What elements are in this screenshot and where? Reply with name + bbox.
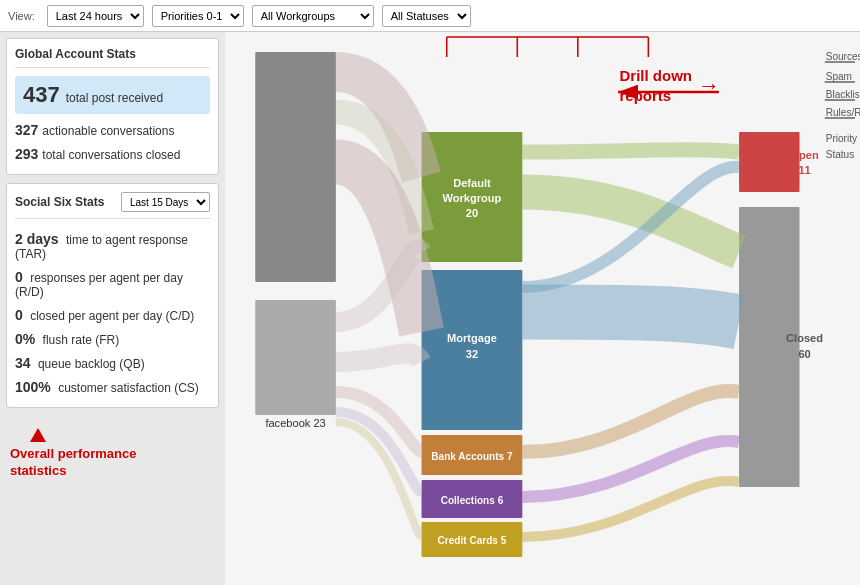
svg-text:Status: Status — [826, 149, 855, 160]
actionable-conversations-number: 327 — [15, 122, 38, 138]
total-post-received-label: total post received — [66, 91, 163, 105]
svg-rect-3 — [255, 300, 336, 415]
svg-text:Closed: Closed — [786, 332, 823, 344]
svg-text:Collections 6: Collections 6 — [441, 495, 504, 506]
svg-text:Sources: Sources — [826, 51, 860, 62]
cd-stat: 0 closed per agent per day (C/D) — [15, 303, 210, 327]
svg-text:Default: Default — [453, 177, 491, 189]
time-dropdown[interactable]: Last 24 hours Last 7 Days Last 30 Days — [47, 5, 144, 27]
view-label: View: — [8, 10, 35, 22]
cd-value: 0 — [15, 307, 23, 323]
svg-rect-18 — [739, 132, 799, 192]
sankey-chart: twitter 48 facebook 23 Default Workgroup… — [225, 32, 860, 585]
rd-value: 0 — [15, 269, 23, 285]
svg-text:Workgroup: Workgroup — [443, 192, 502, 204]
global-account-stats-section: Global Account Stats 437total post recei… — [6, 38, 219, 175]
svg-text:60: 60 — [798, 348, 810, 360]
top-bar: View: Last 24 hours Last 7 Days Last 30 … — [0, 0, 860, 32]
svg-text:11: 11 — [798, 164, 810, 176]
total-conversations-closed-stat: 293total conversations closed — [15, 142, 210, 166]
total-post-received-stat: 437total post received — [15, 76, 210, 114]
sidebar: Global Account Stats 437total post recei… — [0, 32, 225, 585]
global-stats-title: Global Account Stats — [15, 47, 210, 68]
tar-value: 2 days — [15, 231, 59, 247]
status-dropdown[interactable]: All Statuses Open Closed — [382, 5, 471, 27]
svg-text:Credit Cards 5: Credit Cards 5 — [438, 535, 507, 546]
cs-value: 100% — [15, 379, 51, 395]
svg-text:Priority: Priority — [826, 133, 857, 144]
svg-rect-1 — [255, 52, 336, 282]
total-post-received-number: 437 — [23, 82, 60, 107]
drill-down-annotation: Drill downreports → — [620, 66, 721, 105]
actionable-conversations-label: actionable conversations — [42, 124, 174, 138]
svg-text:Spam: Spam — [826, 71, 852, 82]
drill-down-text: Drill downreports — [620, 66, 693, 105]
svg-text:Rules/Routing: Rules/Routing — [826, 107, 860, 118]
qb-stat: 34 queue backlog (QB) — [15, 351, 210, 375]
qb-value: 34 — [15, 355, 31, 371]
fr-stat: 0% flush rate (FR) — [15, 327, 210, 351]
actionable-conversations-stat: 327actionable conversations — [15, 118, 210, 142]
rd-stat: 0 responses per agent per day (R/D) — [15, 265, 210, 303]
total-conversations-closed-label: total conversations closed — [42, 148, 180, 162]
cs-stat: 100% customer satisfaction (CS) — [15, 375, 210, 399]
svg-text:Bank Accounts 7: Bank Accounts 7 — [431, 451, 513, 462]
tar-stat: 2 days time to agent response (TAR) — [15, 227, 210, 265]
annotation-text: Overall performancestatistics — [10, 446, 215, 480]
annotation-arrow-icon — [30, 428, 46, 442]
svg-text:Open: Open — [790, 149, 819, 161]
svg-text:facebook 23: facebook 23 — [265, 417, 325, 429]
total-conversations-closed-number: 293 — [15, 146, 38, 162]
chart-area: twitter 48 facebook 23 Default Workgroup… — [225, 32, 860, 585]
svg-text:Blacklist: Blacklist — [826, 89, 860, 100]
social-six-stats-header: Social Six Stats Last 15 Days Last 7 Day… — [15, 192, 210, 219]
priority-dropdown[interactable]: Priorities 0-1 All Priorities — [152, 5, 244, 27]
performance-annotation: Overall performancestatistics — [6, 416, 219, 480]
drill-down-arrow-icon: → — [698, 73, 720, 99]
svg-rect-22 — [739, 207, 799, 487]
svg-text:32: 32 — [466, 348, 478, 360]
svg-text:Open: Open — [755, 149, 784, 161]
social-six-time-dropdown[interactable]: Last 15 Days Last 7 Days Last 30 Days — [121, 192, 210, 212]
svg-text:Mortgage: Mortgage — [447, 332, 497, 344]
fr-value: 0% — [15, 331, 35, 347]
svg-text:20: 20 — [466, 207, 478, 219]
main-layout: Global Account Stats 437total post recei… — [0, 32, 860, 585]
workgroup-dropdown[interactable]: All Workgroups Default Workgroup Mortgag… — [252, 5, 374, 27]
social-six-stats-section: Social Six Stats Last 15 Days Last 7 Day… — [6, 183, 219, 408]
